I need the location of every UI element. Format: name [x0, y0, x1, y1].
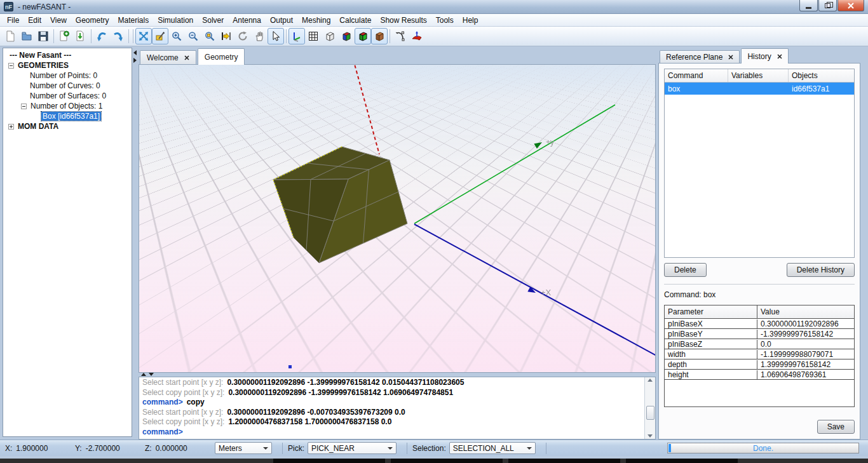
new-project-button[interactable] [56, 28, 72, 44]
save-parameters-button[interactable]: Save [817, 420, 855, 434]
box-object[interactable] [273, 147, 407, 263]
taskbar-button[interactable] [273, 459, 385, 463]
history-table: Command Variables Objects box id66f537a1 [664, 69, 855, 258]
column-header[interactable]: Objects [789, 69, 854, 82]
history-row-selected[interactable]: box id66f537a1 [665, 83, 854, 95]
collapse-right-icon[interactable] [133, 58, 137, 63]
delete-history-button[interactable]: Delete History [787, 263, 855, 277]
taskbar-button[interactable] [508, 459, 620, 463]
menu-edit[interactable]: Edit [24, 15, 46, 26]
pan-button[interactable] [251, 28, 268, 44]
tree-item-mom-data[interactable]: MOM DATA [3, 121, 132, 131]
column-header[interactable]: Value [757, 305, 854, 318]
tab-history[interactable]: History [741, 48, 788, 64]
menu-simulation[interactable]: Simulation [153, 15, 198, 26]
tree-item-points[interactable]: Number of Points: 0 [3, 70, 132, 81]
parameter-table-empty [665, 380, 854, 406]
zoom-select-button[interactable] [201, 28, 218, 44]
import-button[interactable] [72, 28, 89, 44]
selection-dropdown[interactable]: SELECTION_ALL [449, 442, 536, 454]
menu-geometry[interactable]: Geometry [71, 15, 114, 26]
undo-button[interactable] [93, 28, 110, 44]
minimize-button[interactable] [799, 0, 818, 11]
rotate-angle-button[interactable] [392, 28, 409, 44]
units-dropdown[interactable]: Meters [215, 442, 272, 454]
restore-button[interactable] [818, 0, 837, 11]
wireframe-view-button[interactable] [322, 28, 338, 44]
collapse-up-icon[interactable] [141, 373, 146, 376]
scroll-down-icon[interactable] [648, 434, 653, 438]
scroll-up-icon[interactable] [648, 379, 653, 382]
taskbar-button[interactable] [391, 459, 503, 463]
column-header[interactable]: Parameter [665, 305, 757, 318]
menu-antenna[interactable]: Antenna [228, 15, 266, 26]
menu-solver[interactable]: Solver [198, 15, 228, 26]
zoom-in-button[interactable] [168, 28, 185, 44]
parameter-row[interactable]: width-1.199999988079071 [665, 349, 854, 359]
collapse-icon[interactable] [21, 104, 27, 109]
zoom-window-button[interactable] [152, 28, 168, 44]
collapse-icon[interactable] [8, 63, 14, 69]
new-file-button[interactable] [2, 28, 18, 44]
zoom-fit-button[interactable] [135, 28, 152, 44]
collapse-left-icon[interactable] [133, 50, 137, 55]
solid-view-button[interactable] [355, 28, 371, 44]
redo-button[interactable] [110, 28, 126, 44]
menu-tools[interactable]: Tools [431, 15, 458, 26]
menu-file[interactable]: File [3, 15, 24, 26]
tree-root[interactable]: --- New Fasant --- [3, 50, 132, 60]
tab-geometry[interactable]: Geometry [198, 48, 245, 65]
grid-view-button[interactable] [305, 28, 322, 44]
open-button[interactable] [18, 28, 35, 44]
parameter-row[interactable]: pIniBaseZ0.0 [665, 339, 854, 349]
close-tab-icon[interactable] [184, 55, 189, 60]
tree-item-geometries[interactable]: GEOMETRIES [3, 60, 132, 70]
command-console[interactable]: Select start point [x y z]:0.30000001192… [139, 377, 656, 440]
textured-view-button[interactable] [371, 28, 388, 44]
tab-reference-plane[interactable]: Reference Plane [660, 50, 740, 64]
title-bar[interactable]: nF - newFASANT - [0, 0, 868, 14]
vertex-point[interactable] [288, 365, 292, 368]
expand-icon[interactable] [8, 124, 14, 130]
save-button[interactable] [35, 28, 51, 44]
zoom-out-button[interactable] [185, 28, 201, 44]
menu-materials[interactable]: Materials [114, 15, 154, 26]
parameter-row[interactable]: height1.06906498769361 [665, 370, 854, 380]
menu-output[interactable]: Output [266, 15, 297, 26]
parameter-row[interactable]: pIniBaseY-1.399999976158142 [665, 329, 854, 339]
console-scrollbar[interactable] [644, 377, 655, 439]
column-header[interactable]: Variables [728, 69, 789, 82]
menu-help[interactable]: Help [458, 15, 483, 26]
tab-welcome[interactable]: Welcome [140, 50, 196, 65]
parameter-row[interactable]: pIniBaseX0.30000001192092896 [665, 319, 854, 329]
pick-dropdown[interactable]: PICK_NEAR [308, 442, 397, 454]
vertical-splitter[interactable] [132, 46, 139, 440]
tree-item-objects[interactable]: Number of Objects: 1 [3, 101, 132, 111]
rotate-view-button[interactable] [234, 28, 251, 44]
column-header[interactable]: Command [665, 69, 728, 82]
menu-meshing[interactable]: Meshing [297, 15, 335, 26]
console-line: Select copy point [x y z]:1.200000047683… [142, 417, 641, 427]
menu-calculate[interactable]: Calculate [335, 15, 376, 26]
close-button[interactable] [837, 0, 864, 11]
axes-view-button[interactable] [288, 28, 305, 44]
move-button[interactable] [218, 28, 234, 44]
taskbar-button[interactable] [626, 459, 738, 463]
tree-item-curves[interactable]: Number of Curves: 0 [3, 81, 132, 91]
flat-view-button[interactable] [338, 28, 355, 44]
menu-view[interactable]: View [46, 15, 71, 26]
select-cursor-button[interactable] [268, 28, 284, 44]
delete-button[interactable]: Delete [664, 263, 707, 277]
collapse-down-icon[interactable] [149, 373, 154, 376]
close-tab-icon[interactable] [777, 54, 782, 59]
axis-z [353, 65, 379, 154]
tree-item-surfaces[interactable]: Number of Surfaces: 0 [3, 91, 132, 101]
viewport-3d[interactable]: +y +X [139, 64, 656, 373]
tree-item-box[interactable]: Box [id66f537a1] [3, 111, 132, 121]
scroll-thumb[interactable] [646, 406, 654, 420]
reference-plane-button[interactable] [409, 28, 425, 44]
parameter-row[interactable]: depth1.399999976158142 [665, 359, 854, 370]
menu-show-results[interactable]: Show Results [376, 15, 431, 26]
close-tab-icon[interactable] [728, 55, 733, 60]
horizontal-splitter[interactable] [139, 373, 656, 377]
